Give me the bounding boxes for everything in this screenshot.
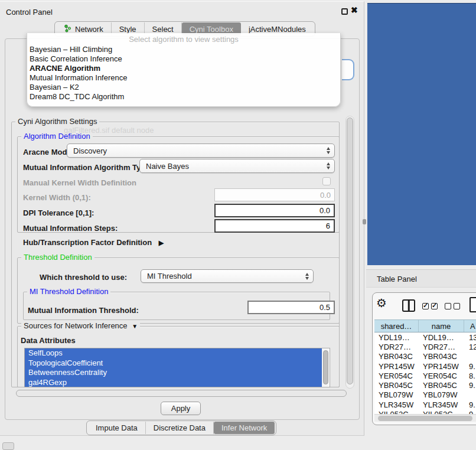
hub-definition-toggle[interactable]: Hub/Transcription Factor Definition ▶ — [23, 238, 164, 247]
table-cell: 9. — [464, 361, 476, 371]
dropdown-item[interactable]: Basic Correlation Inference — [27, 54, 340, 64]
dropdown-item[interactable]: ARACNE Algorithm — [27, 64, 340, 73]
mi-type-value: Naive Bayes — [146, 162, 189, 171]
float-panel-icon[interactable] — [341, 8, 348, 15]
collapsed-panel-icon[interactable] — [2, 442, 14, 450]
table-column-header[interactable]: A — [464, 320, 476, 332]
algorithm-combo-fragment — [342, 59, 354, 80]
tab-discretize-data[interactable]: Discretize Data — [146, 422, 214, 434]
stepper-icon — [305, 273, 309, 280]
threshold-definition-title: Threshold Definition — [21, 253, 94, 262]
table-cell: YDR27… — [374, 342, 419, 351]
stepper-icon — [327, 162, 330, 169]
table-cell: YLR345W — [419, 400, 464, 409]
mi-threshold-group-title: MI Threshold Definition — [27, 287, 110, 296]
mi-threshold-label: Mutual Information Threshold: — [28, 306, 139, 315]
attribute-list-item[interactable]: TopologicalCoefficient — [25, 358, 322, 369]
table-cell: 9. — [464, 400, 476, 409]
algorithm-dropdown-list: Bayesian – Hill ClimbingBasic Correlatio… — [27, 45, 340, 102]
mi-type-select[interactable]: Naive Bayes — [139, 159, 335, 173]
table-cell: YPR145W — [419, 361, 464, 371]
table-cell: 8. — [464, 371, 476, 380]
algorithm-dropdown-popup: Select algorithm to view settings Bayesi… — [27, 33, 341, 107]
table-row[interactable]: YDR27…YDR27…12 — [374, 342, 476, 351]
table-cell: YBR043C — [419, 352, 464, 361]
attr-items-container: SelfLoopsTopologicalCoefficientBetweenne… — [25, 348, 330, 387]
manual-kernel-label: Manual Kernel Width Definition — [23, 178, 136, 187]
table-cell: YBL079W — [419, 390, 464, 400]
aracne-mode-value: Discovery — [73, 146, 107, 155]
table-row[interactable]: YPR145WYPR145W9. — [374, 361, 476, 371]
table-cell: YBR045C — [374, 380, 419, 390]
table-horizontal-scrollbar[interactable] — [374, 414, 476, 422]
table-cell: YLR345W — [374, 400, 419, 409]
mi-threshold-field[interactable]: 0.5 — [247, 301, 335, 314]
attribute-list-item[interactable]: BetweennessCentrality — [25, 368, 322, 378]
which-threshold-select[interactable]: MI Threshold — [141, 269, 314, 283]
tab-network-label: Network — [75, 25, 103, 34]
table-cell: YDL19… — [419, 332, 464, 342]
kernel-width-field[interactable]: 0.0 — [214, 188, 335, 201]
attribute-list-item[interactable]: gal4RGexp — [25, 378, 322, 388]
data-attributes-list[interactable]: SelfLoopsTopologicalCoefficientBetweenne… — [24, 348, 330, 387]
network-window-frame[interactable]: GALGAL80GAL10GAL1GAL11SWI4GAL4GCY1HAP4YH… — [367, 3, 476, 265]
column-layout-icon[interactable] — [402, 299, 415, 312]
settings-vertical-scrollbar[interactable] — [345, 116, 354, 389]
table-cell — [464, 352, 476, 361]
table-cell: YBL079W — [374, 390, 419, 400]
table-row[interactable]: YBL079WYBL079W — [374, 390, 476, 400]
control-panel-title: Control Panel — [6, 8, 53, 17]
tab-infer-network[interactable]: Infer Network — [214, 422, 275, 434]
dropdown-item[interactable]: Dream8 DC_TDC Algorithm — [27, 92, 340, 102]
page-icon[interactable] — [470, 297, 476, 312]
table-panel-bar: Table Panel — [366, 269, 476, 288]
table-panel-title: Table Panel — [377, 275, 417, 283]
which-threshold-label: Which threshold to use: — [40, 273, 127, 282]
gear-icon[interactable]: ⚙ — [376, 296, 387, 310]
splitter-handle[interactable] — [363, 219, 366, 224]
stepper-icon — [327, 147, 330, 154]
data-attributes-label: Data Attributes — [21, 336, 76, 345]
table-cell: YPR145W — [374, 361, 419, 371]
table-row[interactable]: YER054CYER054C8. — [374, 371, 476, 380]
kernel-width-label: Kernel Width (0,1): — [23, 193, 91, 202]
apply-button[interactable]: Apply — [161, 402, 201, 415]
mi-steps-field[interactable]: 6 — [214, 219, 335, 233]
table-header-row: shared…nameA — [374, 319, 476, 332]
manual-kernel-checkbox[interactable] — [322, 177, 331, 185]
table-body: YDL19…YDL19…13YDR27…YDR27…12YBR043CYBR04… — [374, 332, 476, 415]
table-row[interactable]: YBR043CYBR043C — [374, 352, 476, 361]
deselect-all-icon[interactable] — [445, 303, 460, 309]
table-row[interactable]: YLR345WYLR345W9. — [374, 400, 476, 409]
table-cell — [464, 390, 476, 400]
list-scrollbar[interactable] — [322, 349, 329, 386]
expand-right-icon: ▶ — [159, 239, 164, 247]
dropdown-item[interactable]: Bayesian – Hill Climbing — [27, 45, 340, 54]
table-cell: YBR045C — [419, 380, 464, 390]
dropdown-item[interactable]: Bayesian – K2 — [27, 83, 340, 92]
tab-impute-data[interactable]: Impute Data — [88, 422, 146, 434]
dpi-tolerance-label: DPI Tolerance [0,1]: — [23, 208, 94, 217]
attribute-list-item[interactable]: SelfLoops — [25, 348, 322, 358]
table-cell: YER054C — [374, 371, 419, 380]
table-row[interactable]: YDL19…YDL19…13 — [374, 332, 476, 342]
cyni-algorithm-settings-title: Cyni Algorithm Settings — [15, 117, 99, 126]
dpi-tolerance-field[interactable]: 0.0 — [214, 204, 335, 217]
close-icon[interactable]: ✖ — [351, 5, 358, 15]
table-column-header[interactable]: shared… — [374, 320, 419, 332]
table-cell: 12 — [464, 342, 476, 351]
settings-horizontal-scrollbar[interactable] — [16, 390, 347, 397]
table-window: ⚙ shared…nameA YDL19…YDL19…13YDR27…YDR27… — [372, 292, 476, 425]
table-column-header[interactable]: name — [419, 320, 464, 332]
mi-steps-label: Mutual Information Steps: — [23, 224, 118, 233]
which-threshold-value: MI Threshold — [147, 272, 192, 281]
ghost-network-name: galFiltered.sif default node — [64, 126, 154, 135]
table-toolbar: ⚙ — [373, 293, 476, 319]
dropdown-item[interactable]: Mutual Information Inference — [27, 73, 340, 83]
aracne-mode-select[interactable]: Discovery — [67, 144, 335, 158]
screen: Control Panel ✖ Network Style Select — [0, 0, 476, 450]
table-row[interactable]: YBR045CYBR045C9. — [374, 380, 476, 390]
control-panel: Control Panel ✖ Network Style Select — [0, 1, 364, 436]
select-all-icon[interactable] — [422, 303, 438, 309]
sources-group-title[interactable]: Sources for Network Inference ▼ — [21, 321, 140, 330]
